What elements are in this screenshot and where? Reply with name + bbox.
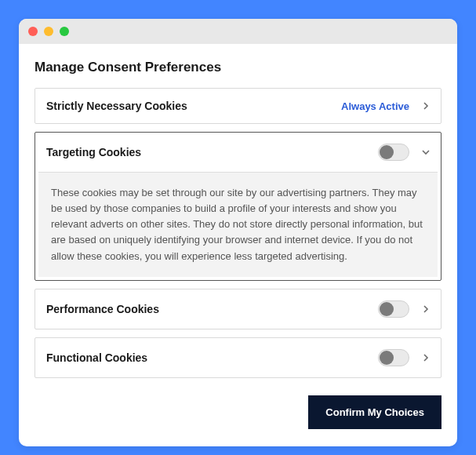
toggle-performance[interactable] <box>378 300 409 318</box>
toggle-knob-icon <box>380 351 394 365</box>
toggle-targeting[interactable] <box>378 144 409 161</box>
section-title: Strictly Necessary Cookies <box>46 100 333 112</box>
chevron-right-icon <box>422 354 430 362</box>
section-header-targeting[interactable]: Targeting Cookies <box>35 133 441 172</box>
traffic-light-close-icon[interactable] <box>28 27 38 36</box>
section-body-targeting: These cookies may be set through our sit… <box>38 172 438 277</box>
section-header-necessary[interactable]: Strictly Necessary Cookies Always Active <box>35 89 441 123</box>
chevron-right-icon <box>422 305 430 313</box>
section-title: Targeting Cookies <box>46 146 370 158</box>
window-titlebar <box>19 19 457 44</box>
dialog-footer: Confirm My Choices <box>35 378 441 429</box>
section-title: Functional Cookies <box>46 351 370 364</box>
section-necessary: Strictly Necessary Cookies Always Active <box>35 88 441 124</box>
consent-window: Manage Consent Preferences Strictly Nece… <box>19 19 457 446</box>
sections-list: Strictly Necessary Cookies Always Active… <box>35 88 441 378</box>
section-header-functional[interactable]: Functional Cookies <box>35 338 441 377</box>
toggle-functional[interactable] <box>378 349 409 366</box>
content-area: Manage Consent Preferences Strictly Nece… <box>19 44 457 446</box>
traffic-light-zoom-icon[interactable] <box>60 27 69 36</box>
confirm-button[interactable]: Confirm My Choices <box>308 395 441 429</box>
section-title: Performance Cookies <box>46 303 370 315</box>
chevron-down-icon <box>422 148 430 156</box>
section-targeting: Targeting Cookies These cookies may be s… <box>35 132 441 281</box>
chevron-right-icon <box>422 102 430 110</box>
always-active-label: Always Active <box>341 100 409 112</box>
toggle-knob-icon <box>380 145 394 159</box>
toggle-knob-icon <box>380 302 394 316</box>
section-header-performance[interactable]: Performance Cookies <box>35 289 441 329</box>
traffic-light-minimize-icon[interactable] <box>44 27 53 36</box>
section-performance: Performance Cookies <box>35 289 441 329</box>
section-functional: Functional Cookies <box>35 337 441 378</box>
page-title: Manage Consent Preferences <box>35 60 441 75</box>
